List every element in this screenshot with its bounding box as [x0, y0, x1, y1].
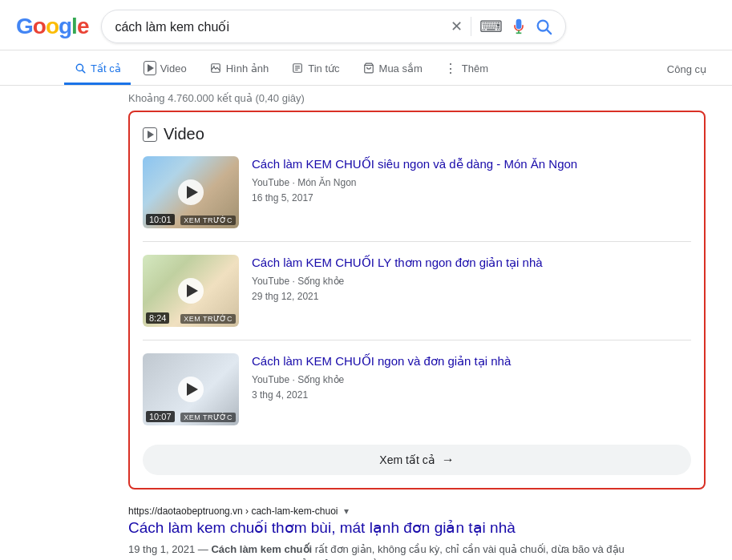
- video-info-3: Cách làm KEM CHUỐI ngon và đơn giản tại …: [252, 353, 691, 425]
- video-date-2: 29 thg 12, 2021: [252, 291, 318, 302]
- web-url-text: https://daotaobeptruong.vn › cach-lam-ke…: [128, 506, 338, 517]
- video-item-1: 10:01 XEM TRƯỚC Cách làm KEM CHUỐI siêu …: [143, 156, 691, 242]
- tab-tat-ca-label: Tất cả: [91, 62, 121, 75]
- video-item-3: 10:07 XEM TRƯỚC Cách làm KEM CHUỐI ngon …: [143, 353, 691, 438]
- video-thumbnail-1[interactable]: 10:01 XEM TRƯỚC: [143, 156, 239, 228]
- search-input[interactable]: [115, 19, 443, 34]
- video-thumbnail-2[interactable]: 8:24 XEM TRƯỚC: [143, 255, 239, 327]
- tab-tin-tuc[interactable]: Tin tức: [281, 54, 349, 85]
- tab-tat-ca[interactable]: Tất cả: [64, 54, 131, 85]
- divider: [471, 17, 471, 36]
- search-bar: ✕ ⌨: [101, 10, 566, 43]
- svg-line-5: [83, 71, 85, 73]
- video-label-3: XEM TRƯỚC: [180, 413, 236, 422]
- tab-video[interactable]: Video: [134, 54, 196, 85]
- video-date-1: 16 thg 5, 2017: [252, 192, 313, 203]
- nav-tabs: Tất cả Video Hình ảnh Tin tức Mua sắm ⋮ …: [0, 50, 732, 86]
- logo-o2: o: [46, 14, 59, 38]
- image-icon: [209, 62, 222, 75]
- video-results-box: Video 10:01 XEM TRƯỚC Cách làm KEM CHUỐI…: [128, 111, 706, 489]
- tab-video-label: Video: [160, 62, 187, 75]
- video-info-2: Cách làm KEM CHUỐI LY thơm ngon đơn giản…: [252, 255, 691, 327]
- main-content: Video 10:01 XEM TRƯỚC Cách làm KEM CHUỐI…: [0, 111, 732, 560]
- play-triangle-icon: [148, 131, 154, 139]
- snippet-bold: Cách làm kem chuối: [211, 543, 312, 555]
- play-triangle-2: [187, 284, 198, 297]
- play-button-1: [178, 179, 204, 205]
- clear-button[interactable]: ✕: [451, 18, 463, 35]
- tab-hinh-anh-label: Hình ảnh: [226, 62, 269, 75]
- video-source-2: YouTube · Sống khỏe: [252, 276, 344, 287]
- video-meta-3: YouTube · Sống khỏe 3 thg 4, 2021: [252, 373, 691, 403]
- close-icon: ✕: [451, 18, 463, 35]
- video-date-3: 3 thg 4, 2021: [252, 389, 308, 401]
- web-result-1: https://daotaobeptruong.vn › cach-lam-ke…: [128, 506, 641, 560]
- search-button[interactable]: [535, 18, 552, 35]
- video-duration-2: 8:24: [146, 312, 169, 324]
- video-meta-2: YouTube · Sống khỏe 29 thg 12, 2021: [252, 274, 691, 304]
- tab-tin-tuc-label: Tin tức: [308, 62, 339, 75]
- dropdown-icon[interactable]: ▾: [344, 506, 349, 517]
- play-triangle-1: [187, 186, 198, 199]
- arrow-right-icon: →: [442, 453, 455, 467]
- news-icon: [291, 62, 304, 75]
- search-icon: [535, 18, 552, 35]
- tab-them-label: Thêm: [462, 62, 488, 75]
- logo-o1: o: [33, 14, 46, 38]
- tab-them[interactable]: ⋮ Thêm: [435, 54, 498, 85]
- header: Google ✕ ⌨: [0, 0, 732, 50]
- see-all-label: Xem tất cả: [379, 453, 435, 466]
- logo-l: l: [71, 14, 77, 38]
- play-button-3: [178, 377, 204, 402]
- video-source-1: YouTube · Món Ăn Ngon: [252, 177, 357, 188]
- video-duration-3: 10:07: [146, 411, 175, 422]
- tools-tab[interactable]: Công cụ: [657, 55, 716, 83]
- web-result-snippet: 19 thg 1, 2021 — Cách làm kem chuối rất …: [128, 542, 641, 560]
- video-title-3[interactable]: Cách làm KEM CHUỐI ngon và đơn giản tại …: [252, 353, 691, 369]
- snippet-date: 19 thg 1, 2021 —: [128, 543, 208, 555]
- video-info-1: Cách làm KEM CHUỐI siêu ngon và dễ dàng …: [252, 156, 691, 228]
- keyboard-icon: ⌨: [479, 17, 503, 36]
- shop-icon: [362, 62, 375, 75]
- logo-g: G: [16, 14, 33, 38]
- video-item-2: 8:24 XEM TRƯỚC Cách làm KEM CHUỐI LY thơ…: [143, 255, 691, 340]
- video-source-3: YouTube · Sống khỏe: [252, 374, 344, 385]
- tab-mua-sam[interactable]: Mua sắm: [353, 54, 432, 85]
- video-label-2: XEM TRƯỚC: [180, 314, 236, 324]
- play-button-2: [178, 278, 204, 304]
- tab-hinh-anh[interactable]: Hình ảnh: [200, 54, 279, 85]
- play-triangle-3: [187, 383, 198, 396]
- video-icon: [144, 62, 156, 75]
- web-url: https://daotaobeptruong.vn › cach-lam-ke…: [128, 506, 641, 517]
- logo-g2: g: [59, 14, 71, 38]
- google-logo: Google: [16, 14, 88, 39]
- video-meta-1: YouTube · Món Ăn Ngon 16 thg 5, 2017: [252, 175, 691, 206]
- video-title-2[interactable]: Cách làm KEM CHUỐI LY thơm ngon đơn giản…: [252, 255, 691, 271]
- see-all-button[interactable]: Xem tất cả →: [143, 445, 691, 475]
- more-icon: ⋮: [445, 62, 458, 75]
- svg-line-3: [548, 30, 552, 34]
- search-small-icon: [74, 62, 87, 75]
- keyboard-button[interactable]: ⌨: [479, 17, 503, 36]
- tools-label: Công cụ: [667, 63, 706, 75]
- results-info: Khoảng 4.760.000 kết quả (0,40 giây): [0, 86, 732, 111]
- video-title-1[interactable]: Cách làm KEM CHUỐI siêu ngon và dễ dàng …: [252, 156, 691, 172]
- video-label-1: XEM TRƯỚC: [180, 216, 236, 225]
- video-section-icon: [143, 127, 157, 142]
- video-duration-1: 10:01: [146, 214, 175, 225]
- tab-mua-sam-label: Mua sắm: [379, 62, 423, 75]
- video-section-title: Video: [164, 125, 204, 143]
- video-thumbnail-3[interactable]: 10:07 XEM TRƯỚC: [143, 353, 239, 425]
- web-result-title[interactable]: Cách làm kem chuối thơm bùi, mát lạnh đơ…: [128, 518, 641, 538]
- video-box-header: Video: [143, 125, 691, 143]
- search-icons: ✕ ⌨: [451, 17, 552, 36]
- mic-icon: [511, 18, 527, 34]
- logo-e: e: [77, 14, 89, 38]
- microphone-button[interactable]: [511, 18, 527, 34]
